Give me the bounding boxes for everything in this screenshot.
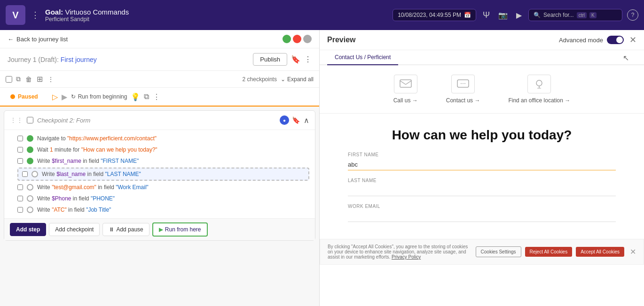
preview-header: Preview Advanced mode ✕ [320,30,644,50]
search-placeholder: Search for... [543,12,574,18]
run-from-here-button[interactable]: ▶ Run from here [152,222,208,237]
step-checkbox[interactable] [17,147,23,153]
light-icon[interactable]: 💡 [131,92,140,101]
datetime-text: 10/08/2023, 04:49:55 PM [398,12,461,18]
first-name-label: FIRST NAME [348,152,616,157]
work-email-label: WORK EMAIL [348,204,616,209]
table-row: Write $first_name in field "FIRST NAME" [17,155,309,167]
run-from-beginning-label: Run from beginning [78,93,127,100]
checkpoint-tag-icon[interactable]: ● [280,115,289,125]
step-checkbox[interactable] [17,207,23,213]
delete-icon[interactable]: 🗑 [24,75,33,84]
list-item: Call us → [393,75,418,104]
left-panel: ← Back to journey list Journey 1 (Draft)… [0,30,320,306]
calendar-icon[interactable]: 📅 [464,12,471,18]
status-dot-green [283,35,291,43]
office-link[interactable]: Find an office location → [508,97,570,104]
step-list: Navigate to "https://www.perficient.com/… [4,130,315,218]
step-text: Write $Phone in field "PHONE" [37,195,115,202]
step-checkbox[interactable] [17,158,23,164]
checkpoint-bookmark-icon[interactable]: 🔖 [292,116,300,124]
svg-point-6 [464,83,465,84]
app-logo: V [6,5,25,25]
add-step-button[interactable]: Add step [10,223,46,236]
back-bar: ← Back to journey list [0,30,319,48]
svg-point-4 [461,83,462,84]
list-item: Find an office location → [508,75,570,104]
svg-line-2 [406,81,411,84]
run-icon[interactable]: ▶ [62,92,67,101]
run-icons: ▷ ▶ [52,92,67,101]
journey-header: Journey 1 (Draft): First journey Publish… [0,48,319,71]
cookies-settings-button[interactable]: Cookies Settings [476,246,521,257]
tuning-fork-icon[interactable]: Ψ [481,8,492,22]
cursor-icon[interactable]: ↖ [615,52,636,64]
checkpoint-card: ⋮⋮ Checkpoint 2: Form ● 🔖 ∧ [4,110,315,241]
preview-close-button[interactable]: ✕ [629,35,636,45]
scroll-area[interactable]: ⋮⋮ Checkpoint 2: Form ● 🔖 ∧ [0,107,319,306]
add-pause-button[interactable]: ⏸ Add pause [102,223,149,236]
privacy-link[interactable]: Privacy Policy [392,254,421,260]
contact-us-link[interactable]: Contact us → [446,97,480,104]
kbd-ctrl: ctrl [577,12,587,18]
accept-cookies-button[interactable]: Accept All Cookies [576,247,624,257]
step-status-hollow [27,184,33,191]
work-email-input[interactable] [348,211,616,222]
help-button[interactable]: ? [627,9,638,21]
hero-heading: How can we help you today? [338,128,625,143]
toggle-knob [616,37,623,43]
toggle-switch[interactable] [607,36,624,44]
chevron-down-icon: ⌄ [281,76,285,83]
collapse-icon[interactable]: ∧ [304,116,309,125]
run-bar-more-icon[interactable]: ⋮ [153,92,160,101]
step-checkbox[interactable] [17,136,23,141]
step-text: Write $last_name in field "LAST NAME" [42,171,141,177]
select-all-checkbox[interactable] [6,76,12,83]
topbar: V ⋮ Goal: Virtuoso Commands Perficient S… [0,0,644,30]
call-icon-box [394,75,417,93]
site-nav-icons: Call us → Contact us → Find an office lo… [320,65,644,114]
advanced-mode-toggle[interactable]: Advanced mode [559,36,624,44]
reject-cookies-button[interactable]: Reject All Cookies [525,247,573,257]
paused-label: Paused [18,93,38,100]
first-name-input[interactable] [348,159,616,170]
add-pause-label: Add pause [116,226,143,233]
topbar-menu-icon[interactable]: ⋮ [31,10,39,20]
call-us-link[interactable]: Call us → [393,97,418,104]
journey-more-icon[interactable]: ⋮ [304,55,312,64]
step-text: Write "test@gmail.com" in field "Work Em… [37,184,149,191]
svg-point-5 [463,83,463,84]
add-checkpoint-button[interactable]: Add checkpoint [49,223,100,236]
step-checkbox[interactable] [17,196,23,201]
office-icon-box [527,75,551,93]
split-view-icon[interactable]: ⧉ [144,92,149,101]
last-name-input[interactable] [348,185,616,196]
drag-handle[interactable]: ⋮⋮ [10,116,23,124]
journey-draft-label: Journey 1 (Draft): [8,56,59,63]
search-box[interactable]: 🔍 Search for... ctrl K [528,9,622,21]
checkpoint-checkbox[interactable] [27,117,33,123]
publish-button[interactable]: Publish [253,53,287,66]
step-status-hollow [31,171,38,177]
copy-icon[interactable]: ⧉ [15,74,22,84]
expand-all-button[interactable]: ⌄ Expand all [281,76,314,83]
run-from-beginning-button[interactable]: ↻ Run from beginning [71,93,127,100]
play-icon[interactable]: ▶ [514,9,524,22]
cookie-bar: By clicking "Accept All Cookies", you ag… [320,239,644,265]
back-to-journey-link[interactable]: ← Back to journey list [8,36,68,43]
datetime-pill[interactable]: 10/08/2023, 04:49:55 PM 📅 [393,9,476,21]
move-icon[interactable]: ⊞ [36,74,44,84]
journey-name: First journey [61,56,97,63]
step-checkbox[interactable] [22,171,28,177]
step-icon[interactable]: ▷ [52,92,58,101]
bookmark-icon[interactable]: 🔖 [291,55,300,64]
cookie-close-icon[interactable]: ✕ [630,247,636,256]
step-checkbox[interactable] [17,184,23,190]
preview-frame[interactable]: Call us → Contact us → Find an office lo… [320,65,644,306]
tab-contact-us[interactable]: Contact Us / Perficient [327,50,398,65]
step-text: Wait 1 minute for "How can we help you t… [37,146,157,153]
svg-point-7 [536,80,542,86]
camera-icon[interactable]: 📷 [496,9,510,22]
toolbar-more-icon[interactable]: ⋮ [47,75,55,84]
topbar-title: Goal: Virtuoso Commands Perficient Sandp… [45,8,387,23]
